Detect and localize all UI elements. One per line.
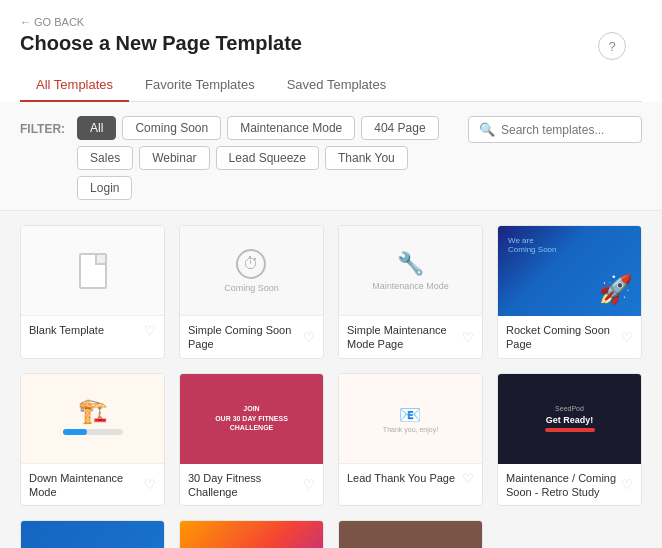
filter-buttons: All Coming Soon Maintenance Mode 404 Pag… bbox=[77, 116, 456, 200]
help-button[interactable]: ? bbox=[598, 32, 626, 60]
party-content: 🎊 bbox=[180, 521, 323, 548]
template-card-rocket-coming-soon[interactable]: We areComing Soon 🚀 Rocket Coming Soon P… bbox=[497, 225, 642, 359]
filter-btn-login[interactable]: Login bbox=[77, 176, 132, 200]
template-label-row: Simple Maintenance Mode Page ♡ bbox=[339, 316, 482, 358]
coming-soon-text: Coming Soon bbox=[224, 283, 279, 293]
template-label-rocket-coming-soon: Rocket Coming Soon Page bbox=[506, 323, 621, 352]
template-thumb-blank bbox=[21, 226, 164, 316]
template-thumb-rocket: We areComing Soon 🚀 bbox=[498, 226, 641, 316]
tabs-nav: All Templates Favorite Templates Saved T… bbox=[20, 69, 642, 102]
template-label-row: Maintenance / Coming Soon - Retro Study … bbox=[498, 464, 641, 506]
maintenance-thumb-content: 🔧 Maintenance Mode bbox=[372, 251, 449, 291]
filter-label: FILTER: bbox=[20, 122, 65, 136]
rocket-coming-soon-label: We areComing Soon bbox=[508, 236, 556, 254]
down-maint-content: 🏗️ bbox=[57, 391, 129, 445]
favorite-icon-fitness[interactable]: ♡ bbox=[303, 477, 315, 492]
search-box: 🔍 bbox=[468, 116, 642, 143]
template-card-wood[interactable]: SeedPod Get Ready! Maintenance Coming ♡ bbox=[338, 520, 483, 548]
template-card-skyblue[interactable]: SeedPod Get Ready! Maintenance / Coming … bbox=[20, 520, 165, 548]
envelope-icon: 📧 bbox=[383, 404, 438, 426]
wrench-icon: 🔧 bbox=[372, 251, 449, 277]
template-label-row: 30 Day Fitness Challenge ♡ bbox=[180, 464, 323, 506]
template-thumb-fitness: JOINOUR 30 DAY FITNESSCHALLENGE bbox=[180, 374, 323, 464]
maintenance-text: Maintenance Mode bbox=[372, 281, 449, 291]
fitness-title-text: JOINOUR 30 DAY FITNESSCHALLENGE bbox=[215, 404, 288, 433]
template-label-row: Blank Template ♡ bbox=[21, 316, 164, 344]
template-label-simple-coming-soon: Simple Coming Soon Page bbox=[188, 323, 303, 352]
get-ready-label-retro: Get Ready! bbox=[546, 415, 594, 425]
favorite-icon-down-maintenance[interactable]: ♡ bbox=[144, 477, 156, 492]
page-title: Choose a New Page Template bbox=[20, 32, 642, 55]
search-input[interactable] bbox=[501, 123, 631, 137]
favorite-icon-blank[interactable]: ♡ bbox=[144, 323, 156, 338]
filter-btn-sales[interactable]: Sales bbox=[77, 146, 133, 170]
favorite-icon-rocket-coming-soon[interactable]: ♡ bbox=[621, 330, 633, 345]
template-label-row: Rocket Coming Soon Page ♡ bbox=[498, 316, 641, 358]
rocket-icon: 🚀 bbox=[598, 273, 633, 306]
header: ← GO BACK Choose a New Page Template ? A… bbox=[0, 0, 662, 102]
filter-btn-webinar[interactable]: Webinar bbox=[139, 146, 209, 170]
coming-soon-thumb-content: ⏱ Coming Soon bbox=[224, 249, 279, 293]
filter-btn-thank-you[interactable]: Thank You bbox=[325, 146, 408, 170]
blank-doc-icon bbox=[79, 253, 107, 289]
template-label-lead-thankyou: Lead Thank You Page bbox=[347, 471, 455, 485]
template-label-down-maintenance: Down Maintenance Mode bbox=[29, 471, 144, 500]
filter-btn-all[interactable]: All bbox=[77, 116, 116, 140]
tab-all-templates[interactable]: All Templates bbox=[20, 69, 129, 102]
template-label-fitness: 30 Day Fitness Challenge bbox=[188, 471, 303, 500]
template-thumb-down-maintenance: 🏗️ bbox=[21, 374, 164, 464]
retro-bar bbox=[545, 428, 595, 432]
template-card-blank[interactable]: Blank Template ♡ bbox=[20, 225, 165, 359]
favorite-icon-simple-coming-soon[interactable]: ♡ bbox=[303, 330, 315, 345]
template-card-simple-coming-soon[interactable]: ⏱ Coming Soon Simple Coming Soon Page ♡ bbox=[179, 225, 324, 359]
favorite-icon-retro[interactable]: ♡ bbox=[621, 477, 633, 492]
rocket-content: We areComing Soon 🚀 bbox=[498, 226, 641, 316]
progress-bar-fill bbox=[63, 429, 87, 435]
filter-btn-maintenance[interactable]: Maintenance Mode bbox=[227, 116, 355, 140]
filter-btn-404[interactable]: 404 Page bbox=[361, 116, 438, 140]
seedpod-label-retro: SeedPod bbox=[555, 405, 584, 412]
crane-icon: 🏗️ bbox=[63, 397, 123, 425]
template-card-party[interactable]: 🎊 Coming Soon Party ♡ bbox=[179, 520, 324, 548]
template-thumb-simple-coming-soon: ⏱ Coming Soon bbox=[180, 226, 323, 316]
template-thumb-skyblue: SeedPod Get Ready! bbox=[21, 521, 164, 548]
template-card-simple-maintenance[interactable]: 🔧 Maintenance Mode Simple Maintenance Mo… bbox=[338, 225, 483, 359]
wood-content: SeedPod Get Ready! bbox=[339, 521, 482, 548]
clock-icon: ⏱ bbox=[236, 249, 266, 279]
go-back-link[interactable]: ← GO BACK bbox=[20, 16, 642, 28]
template-label-row: Down Maintenance Mode ♡ bbox=[21, 464, 164, 506]
template-thumb-retro: SeedPod Get Ready! bbox=[498, 374, 641, 464]
template-thumb-lead-thankyou: 📧 Thank you, enjoy! bbox=[339, 374, 482, 464]
templates-grid: Blank Template ♡ ⏱ Coming Soon Simple Co… bbox=[20, 225, 642, 548]
retro-content: SeedPod Get Ready! bbox=[498, 374, 641, 464]
filter-section: FILTER: All Coming Soon Maintenance Mode… bbox=[0, 102, 662, 211]
favorite-icon-simple-maintenance[interactable]: ♡ bbox=[462, 330, 474, 345]
template-label-simple-maintenance: Simple Maintenance Mode Page bbox=[347, 323, 462, 352]
thankyou-text: Thank you, enjoy! bbox=[383, 426, 438, 433]
filter-btn-coming-soon[interactable]: Coming Soon bbox=[122, 116, 221, 140]
page-wrapper: ← GO BACK Choose a New Page Template ? A… bbox=[0, 0, 662, 548]
template-label-retro: Maintenance / Coming Soon - Retro Study bbox=[506, 471, 621, 500]
filter-btn-lead-squeeze[interactable]: Lead Squeeze bbox=[216, 146, 319, 170]
template-card-down-maintenance[interactable]: 🏗️ Down Maintenance Mode ♡ bbox=[20, 373, 165, 507]
template-card-retro[interactable]: SeedPod Get Ready! Maintenance / Coming … bbox=[497, 373, 642, 507]
search-icon: 🔍 bbox=[479, 122, 495, 137]
thankyou-content: 📧 Thank you, enjoy! bbox=[379, 400, 442, 437]
progress-bar-bg bbox=[63, 429, 123, 435]
template-label-blank: Blank Template bbox=[29, 323, 104, 337]
template-card-lead-thankyou[interactable]: 📧 Thank you, enjoy! Lead Thank You Page … bbox=[338, 373, 483, 507]
templates-grid-wrapper: Blank Template ♡ ⏱ Coming Soon Simple Co… bbox=[0, 211, 662, 548]
tab-saved-templates[interactable]: Saved Templates bbox=[271, 69, 403, 102]
skyblue-content: SeedPod Get Ready! bbox=[21, 521, 164, 548]
template-card-fitness[interactable]: JOINOUR 30 DAY FITNESSCHALLENGE 30 Day F… bbox=[179, 373, 324, 507]
template-thumb-simple-maintenance: 🔧 Maintenance Mode bbox=[339, 226, 482, 316]
template-label-row: Lead Thank You Page ♡ bbox=[339, 464, 482, 492]
fitness-content: JOINOUR 30 DAY FITNESSCHALLENGE bbox=[180, 374, 323, 464]
tab-favorite-templates[interactable]: Favorite Templates bbox=[129, 69, 271, 102]
template-thumb-party: 🎊 bbox=[180, 521, 323, 548]
template-label-row: Simple Coming Soon Page ♡ bbox=[180, 316, 323, 358]
template-thumb-wood: SeedPod Get Ready! bbox=[339, 521, 482, 548]
favorite-icon-lead-thankyou[interactable]: ♡ bbox=[462, 471, 474, 486]
